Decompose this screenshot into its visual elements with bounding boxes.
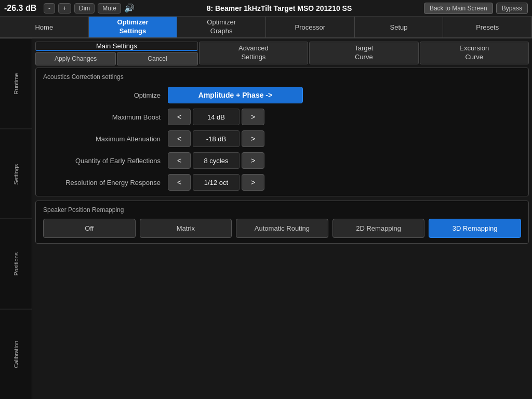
early-reflections-label: Quantity of Early Reflections xyxy=(43,157,168,165)
max-boost-increase[interactable]: > xyxy=(242,109,264,125)
nav-tab-processor[interactable]: Processor xyxy=(266,17,355,37)
sub-tabs: Main Settings Apply Changes Cancel Advan… xyxy=(35,42,529,64)
max-attenuation-increase[interactable]: > xyxy=(242,130,264,147)
max-boost-value: 14 dB xyxy=(193,109,240,125)
tab-target-curve[interactable]: Target Curve xyxy=(309,42,418,64)
energy-response-label: Resolution of Energy Response xyxy=(43,179,168,187)
main-settings-actions: Apply Changes Cancel xyxy=(35,52,198,65)
max-boost-label: Maximum Boost xyxy=(43,113,168,121)
top-bar: -26.3 dB - + Dim Mute 🔊 8: Beamer 1kHzTi… xyxy=(0,0,532,17)
optimize-button[interactable]: Amplitude + Phase -> xyxy=(168,87,303,103)
remap-off-button[interactable]: Off xyxy=(43,219,136,238)
max-boost-row: Maximum Boost < 14 dB > xyxy=(43,109,521,125)
minus-button[interactable]: - xyxy=(44,3,55,14)
main-settings-group: Main Settings Apply Changes Cancel xyxy=(35,42,198,64)
sidebar-item-settings[interactable]: Settings xyxy=(0,129,32,219)
energy-response-controls: < 1/12 oct > xyxy=(168,174,264,191)
nav-tab-setup[interactable]: Setup xyxy=(355,17,444,37)
apply-changes-button[interactable]: Apply Changes xyxy=(35,52,116,65)
content-area: Main Settings Apply Changes Cancel Advan… xyxy=(32,38,532,399)
remapping-section: Speaker Position Remapping Off Matrix Au… xyxy=(35,201,529,244)
tab-advanced-settings[interactable]: Advanced Settings xyxy=(199,42,308,64)
remap-2d-button[interactable]: 2D Remapping xyxy=(332,219,425,238)
early-reflections-increase[interactable]: > xyxy=(242,152,264,169)
optimize-row: Optimize Amplitude + Phase -> xyxy=(43,87,521,103)
remapping-buttons: Off Matrix Automatic Routing 2D Remappin… xyxy=(43,219,521,238)
energy-response-row: Resolution of Energy Response < 1/12 oct… xyxy=(43,174,521,191)
remap-3d-button[interactable]: 3D Remapping xyxy=(429,219,521,238)
tab-main-settings[interactable]: Main Settings xyxy=(35,42,198,51)
energy-response-increase[interactable]: > xyxy=(242,174,264,191)
sidebar-item-runtime[interactable]: Runtime xyxy=(0,38,32,129)
energy-response-value: 1/12 oct xyxy=(193,174,240,191)
layout: Runtime Settings Positions Calibration M… xyxy=(0,38,532,399)
early-reflections-row: Quantity of Early Reflections < 8 cycles… xyxy=(43,152,521,169)
back-to-main-button[interactable]: Back to Main Screen xyxy=(424,3,493,14)
acoustics-title: Acoustics Correction settings xyxy=(43,73,521,81)
sidebar-item-calibration[interactable]: Calibration xyxy=(0,309,32,400)
dim-button[interactable]: Dim xyxy=(74,3,95,14)
nav-tab-home[interactable]: Home xyxy=(0,17,89,37)
bypass-button[interactable]: Bypass xyxy=(496,3,528,14)
db-display: -26.3 dB xyxy=(4,4,41,13)
early-reflections-decrease[interactable]: < xyxy=(168,152,191,169)
remap-matrix-button[interactable]: Matrix xyxy=(140,219,232,238)
sidebar: Runtime Settings Positions Calibration xyxy=(0,38,32,399)
max-attenuation-value: -18 dB xyxy=(193,130,240,147)
early-reflections-value: 8 cycles xyxy=(193,152,240,169)
app-title: 8: Beamer 1kHzTilt Target MSO 201210 SS xyxy=(138,4,421,12)
tab-excursion-curve[interactable]: Excursion Curve xyxy=(420,42,529,64)
nav-tab-optimizer-graphs[interactable]: Optimizer Graphs xyxy=(177,17,266,37)
optimize-controls: Amplitude + Phase -> xyxy=(168,87,303,103)
mute-button[interactable]: Mute xyxy=(98,3,121,14)
speaker-icon: 🔊 xyxy=(124,3,135,13)
max-attenuation-decrease[interactable]: < xyxy=(168,130,191,147)
max-boost-decrease[interactable]: < xyxy=(168,109,191,125)
main-nav: Home Optimizer Settings Optimizer Graphs… xyxy=(0,17,532,38)
nav-tab-presets[interactable]: Presets xyxy=(443,17,532,37)
plus-button[interactable]: + xyxy=(58,3,71,14)
sidebar-item-positions[interactable]: Positions xyxy=(0,219,32,309)
remap-automatic-routing-button[interactable]: Automatic Routing xyxy=(236,219,328,238)
remapping-title: Speaker Position Remapping xyxy=(43,206,521,214)
max-boost-controls: < 14 dB > xyxy=(168,109,264,125)
nav-tab-optimizer-settings[interactable]: Optimizer Settings xyxy=(89,17,178,37)
energy-response-decrease[interactable]: < xyxy=(168,174,191,191)
acoustics-section: Acoustics Correction settings Optimize A… xyxy=(35,68,529,196)
optimize-label: Optimize xyxy=(43,91,168,99)
max-attenuation-row: Maximum Attenuation < -18 dB > xyxy=(43,130,521,147)
max-attenuation-controls: < -18 dB > xyxy=(168,130,264,147)
cancel-button[interactable]: Cancel xyxy=(117,52,197,65)
max-attenuation-label: Maximum Attenuation xyxy=(43,135,168,143)
early-reflections-controls: < 8 cycles > xyxy=(168,152,264,169)
